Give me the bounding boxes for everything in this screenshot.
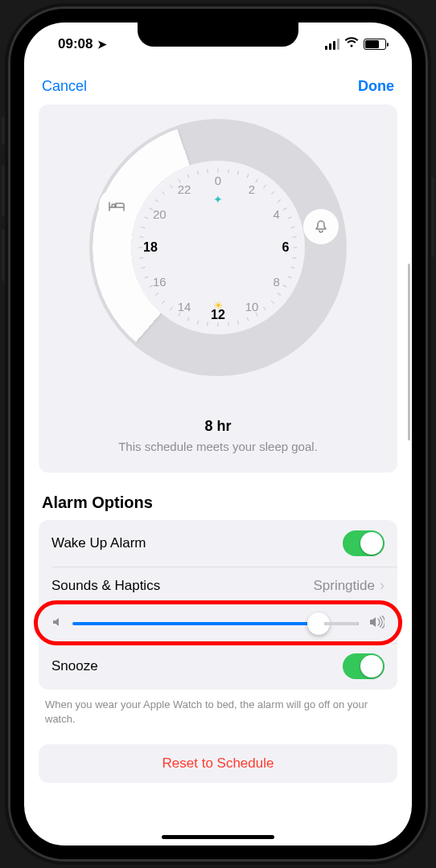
reset-group: Reset to Schedule	[39, 744, 397, 783]
cellular-icon	[325, 39, 339, 50]
clock-number: 0	[215, 174, 221, 187]
wake-handle[interactable]	[303, 209, 339, 244]
clock-number: 4	[274, 207, 280, 221]
clock-number: 10	[245, 299, 259, 313]
clock-number: 18	[143, 240, 158, 255]
clock-number: 16	[153, 275, 167, 289]
cancel-button[interactable]: Cancel	[42, 78, 87, 95]
clock-number: 14	[178, 299, 191, 313]
location-icon: ➤	[97, 38, 107, 51]
nav-bar: Cancel Done	[24, 68, 412, 104]
clock-number: 6	[282, 240, 290, 255]
home-indicator[interactable]	[162, 835, 274, 839]
sounds-haptics-row[interactable]: Sounds & Haptics Springtide ›	[39, 567, 397, 604]
status-time: 09:08	[58, 36, 93, 52]
stars-icon: ✦	[213, 193, 223, 206]
sleep-dial-card: 0246810121416182022 ✦ ☀ 8 hr This schedu…	[39, 104, 397, 473]
notch	[138, 23, 298, 47]
snooze-toggle[interactable]	[343, 653, 385, 679]
alarm-options-title: Alarm Options	[42, 493, 394, 512]
sun-icon: ☀	[213, 299, 224, 312]
scroll-indicator	[408, 264, 410, 440]
clock-number: 22	[178, 182, 191, 196]
done-button[interactable]: Done	[358, 78, 394, 95]
sleep-duration: 8 hr	[39, 418, 397, 435]
volume-thumb[interactable]	[307, 612, 330, 635]
snooze-label: Snooze	[51, 658, 98, 674]
sleep-dial[interactable]: 0246810121416182022 ✦ ☀	[89, 119, 347, 376]
chevron-right-icon: ›	[380, 577, 385, 594]
phone-frame: 09:08 ➤ Cancel Done	[8, 6, 428, 862]
wake-alarm-label: Wake Up Alarm	[51, 535, 146, 551]
wake-alarm-row[interactable]: Wake Up Alarm	[39, 520, 397, 567]
wifi-icon	[344, 36, 359, 52]
screen: 09:08 ➤ Cancel Done	[24, 23, 412, 845]
volume-low-icon	[51, 616, 63, 631]
clock-number: 8	[274, 275, 280, 289]
clock-number: 2	[249, 182, 255, 196]
volume-slider[interactable]	[72, 622, 359, 625]
reset-to-schedule-button[interactable]: Reset to Schedule	[39, 744, 397, 783]
snooze-row[interactable]: Snooze	[39, 643, 397, 690]
sounds-value: Springtide	[313, 578, 375, 594]
sleep-goal-text: This schedule meets your sleep goal.	[39, 440, 397, 453]
alarm-options-group: Wake Up Alarm Sounds & Haptics Springtid…	[39, 520, 397, 690]
sounds-label: Sounds & Haptics	[51, 578, 160, 594]
volume-high-icon	[368, 616, 385, 632]
clock-number: 20	[153, 207, 167, 221]
battery-icon	[364, 39, 386, 50]
alarm-footnote: When you wear your Apple Watch to bed, t…	[45, 698, 391, 727]
bedtime-handle[interactable]	[99, 188, 134, 223]
volume-row	[39, 604, 397, 643]
content: 0246810121416182022 ✦ ☀ 8 hr This schedu…	[24, 104, 412, 845]
wake-alarm-toggle[interactable]	[343, 530, 385, 556]
